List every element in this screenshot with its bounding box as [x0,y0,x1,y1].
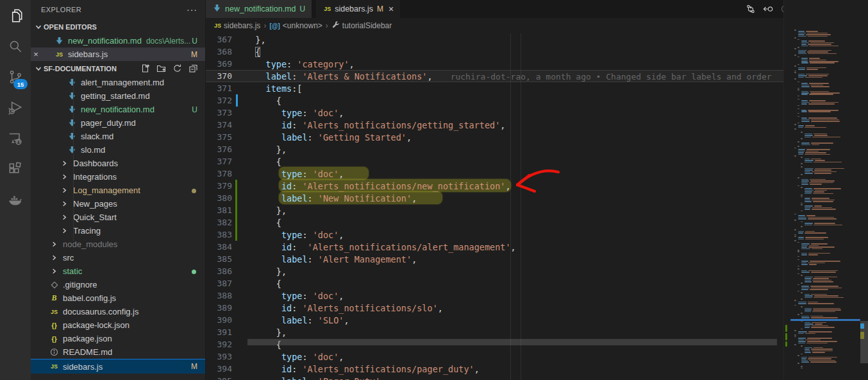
minimap-line [801,121,810,122]
refresh-explorer-icon[interactable] [171,63,183,74]
breadcrumb-unknown[interactable]: [@]<unknown> [269,21,322,30]
open-editor-new-notification-md[interactable]: new_notification.mddocs\Alerts...U [31,34,205,48]
remote-explorer-icon[interactable] [0,123,31,154]
tree-item-src[interactable]: src [31,251,205,264]
explorer-icon[interactable] [0,0,31,31]
collapse-folders-icon[interactable] [187,63,199,74]
code-line-390[interactable]: 390 label: 'SLO', [205,314,783,326]
code-line-384[interactable]: 384 id: 'Alerts_notifications/alert_mana… [205,241,783,253]
tree-item-quick-start[interactable]: Quick_Start [31,211,205,224]
code-line-382[interactable]: 382 { [205,216,783,229]
code-line-376[interactable]: 376 }, [205,143,783,155]
tree-item-sidebars-js[interactable]: JSsidebars.jsM [31,359,205,374]
md-file-icon [67,105,78,114]
tree-item-label: pager_duty.md [81,118,136,128]
tree-item-package-json[interactable]: {}package.json [31,332,205,345]
tab-close-icon[interactable]: × [388,4,394,14]
tree-item-log-management[interactable]: Log_management [31,184,205,197]
code-line-381[interactable]: 381 }, [205,204,783,216]
tab-sidebars-js[interactable]: JSsidebars.jsM× [316,0,400,18]
source-control-icon[interactable]: 15 [0,62,31,92]
tree-item-static[interactable]: static [31,264,205,278]
tree-item-new-notification-md[interactable]: new_notification.mdU [31,103,205,116]
docker-icon[interactable] [0,185,31,216]
tree-item-label: package.json [63,334,112,343]
code-line-387[interactable]: 387 { [205,277,783,289]
close-icon[interactable]: × [31,49,41,59]
code-line-389[interactable]: 389 id: 'Alerts_notifications/slo', [205,302,783,314]
minimap-line [798,75,807,76]
sidebar-more-actions-icon[interactable]: ··· [187,4,197,15]
minimap-line [806,69,819,70]
source-control-graph-icon[interactable] [745,3,756,15]
tree-item-readme-md[interactable]: README.md [31,345,205,359]
minimap-line [794,48,796,49]
activity-bar: 15 [0,0,31,380]
minimap[interactable] [783,0,861,380]
code-line-367[interactable]: 367 }, [205,33,783,46]
horizontal-scrollbar[interactable] [247,339,777,345]
minimap-line [797,39,799,40]
tree-item-pager-duty-md[interactable]: pager_duty.md [31,116,205,130]
code-line-380[interactable]: 380 label: 'New Notification', [205,192,783,204]
code-line-393[interactable]: 393 type: 'doc', [205,350,783,363]
tree-item-docusaurus-config-js[interactable]: JSdocusaurus.config.js [31,305,205,318]
breadcrumb-tutorialsidebar[interactable]: tutorialSidebar [331,21,392,31]
code-line-371[interactable]: 371 items:[ [205,82,783,94]
tree-item-integrations[interactable]: Integrations [31,170,205,184]
code-line-374[interactable]: 374 id: 'Alerts_notifications/getting_st… [205,119,783,131]
code-line-377[interactable]: 377 { [205,155,783,168]
minimap-line [805,162,812,163]
tree-item-new-pages[interactable]: New_pages [31,197,205,211]
code-line-378[interactable]: 378 type: 'doc', [205,168,783,180]
minimap-line [805,327,810,328]
open-changes-icon[interactable] [762,3,774,15]
code-line-388[interactable]: 388 type: 'doc', [205,289,783,302]
tree-item-node-modules[interactable]: node_modules [31,238,205,251]
code-editor[interactable]: 367 },368 {369 type: 'category',370 labe… [205,33,783,380]
vertical-scrollbar[interactable] [860,0,868,380]
tree-item-babel-config-js[interactable]: Bbabel.config.js [31,291,205,305]
code-line-375[interactable]: 375 label: 'Getting Started', [205,131,783,143]
tab-new-notification-md[interactable]: new_notification.mdU [205,0,312,18]
tree-item-slack-md[interactable]: slack.md [31,130,205,143]
js-file-icon: JS [214,22,221,29]
code-line-373[interactable]: 373 type: 'doc', [205,107,783,119]
code-line-386[interactable]: 386 }, [205,265,783,277]
code-line-391[interactable]: 391 }, [205,326,783,338]
new-folder-icon[interactable] [155,63,167,74]
minimap-line [805,325,810,327]
code-line-394[interactable]: 394 id: 'Alerts_notifications/pager_duty… [205,363,783,375]
minimap-line [813,281,833,282]
open-editor-sidebars-js[interactable]: ×JSsidebars.jsM [31,48,205,61]
minimap-line [809,100,826,101]
code-line-372[interactable]: 372 { [205,94,783,107]
code-line-383[interactable]: 383 type: 'doc', [205,229,783,241]
tree-item-package-lock-json[interactable]: {}package-lock.json [31,318,205,332]
minimap-line [794,55,796,56]
code-line-379[interactable]: 379 id: 'Alerts_notifications/new_notifi… [205,180,783,192]
code-line-369[interactable]: 369 type: 'category', [205,58,783,70]
tree-item-alert-management-md[interactable]: alert_management.md [31,76,205,89]
new-file-icon[interactable] [139,63,151,74]
code-line-385[interactable]: 385 label: 'Alert Management', [205,253,783,265]
tree-item-slo-md[interactable]: slo.md [31,143,205,157]
extensions-icon[interactable] [0,154,31,185]
tree-item-getting-started-md[interactable]: getting_started.md [31,89,205,103]
project-section-header[interactable]: SF-DOCUMENTATION [31,61,205,76]
minimap-line [805,169,813,171]
code-line-368[interactable]: 368 { [205,46,783,58]
minimap-line [813,308,840,309]
line-number: 392 [205,340,232,349]
minimap-line [805,237,828,238]
run-and-debug-icon[interactable] [0,92,31,123]
minimap-line [814,347,824,349]
search-icon[interactable] [0,31,31,62]
tree-item-dashboards[interactable]: Dashboards [31,157,205,170]
code-line-370[interactable]: 370 label: 'Alerts & Notifications',ruch… [205,70,783,82]
breadcrumb-sidebars-js[interactable]: JSsidebars.js [214,21,260,30]
open-editors-section-header[interactable]: OPEN EDITORS [31,19,205,34]
code-line-395[interactable]: 395 label: 'Pager Duty', [205,375,783,380]
tree-item-tracing[interactable]: Tracing [31,224,205,238]
tree-item-gitignore[interactable]: .gitignore [31,278,205,291]
